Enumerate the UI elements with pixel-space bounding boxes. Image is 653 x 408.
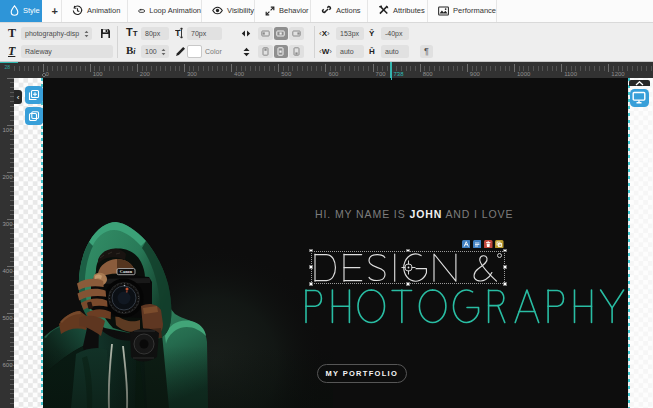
svg-text:1100: 1100 (564, 71, 578, 77)
svg-text:600: 600 (328, 71, 339, 77)
svg-text:100: 100 (93, 71, 104, 77)
svg-text:300: 300 (187, 71, 198, 77)
svg-text:1000: 1000 (517, 71, 531, 77)
svg-text:800: 800 (423, 71, 434, 77)
svg-text:900: 900 (470, 71, 481, 77)
svg-text:500: 500 (281, 71, 292, 77)
svg-text:1200: 1200 (611, 71, 625, 77)
svg-text:28: 28 (5, 64, 11, 70)
svg-text:200: 200 (140, 71, 151, 77)
svg-text:738: 738 (393, 71, 404, 77)
svg-text:400: 400 (234, 71, 245, 77)
svg-text:700: 700 (376, 71, 387, 77)
svg-text:Canon: Canon (119, 269, 132, 274)
